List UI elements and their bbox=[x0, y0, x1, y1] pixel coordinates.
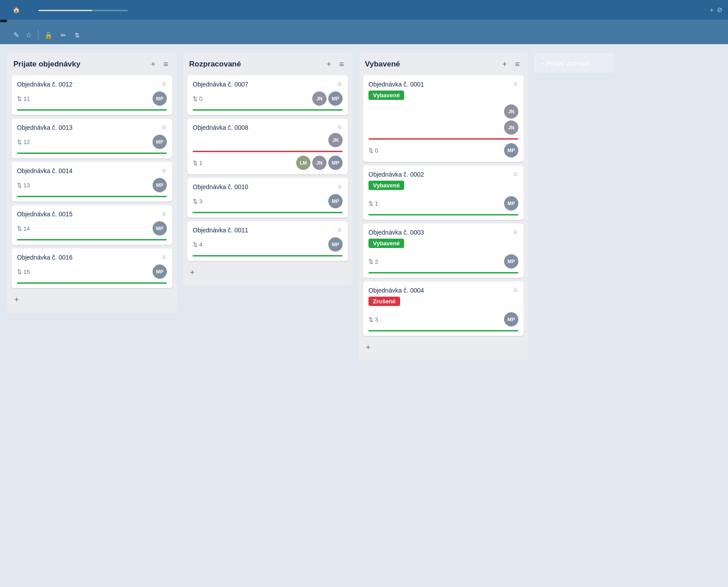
add-card-icon-2[interactable]: + bbox=[500, 59, 509, 69]
star-board-icon[interactable]: ☆ bbox=[25, 31, 32, 39]
card-header-c11: Objednávka č. 0011≡ bbox=[193, 227, 343, 234]
card-menu-btn-c1[interactable]: ≡ bbox=[513, 81, 518, 88]
card-indicator-c10 bbox=[193, 212, 343, 213]
card-title-c3: Objednávka č. 0003 bbox=[368, 229, 424, 236]
plus-icon: + bbox=[14, 295, 19, 305]
sort-icon: ⇅ bbox=[74, 32, 80, 39]
avatar-mp-c15: MP bbox=[153, 221, 167, 236]
card-header-c2: Objednávka č. 0002≡ bbox=[368, 171, 518, 178]
card-footer-c16: ⇅ 15MP bbox=[17, 265, 167, 279]
avatar-mp-c10: MP bbox=[328, 194, 343, 208]
card-members-c8: LMJNMP bbox=[296, 156, 343, 170]
card-menu-btn-c15[interactable]: ≡ bbox=[161, 211, 167, 218]
avatar-mp-c13: MP bbox=[153, 135, 167, 149]
add-list-button[interactable]: + Pridať zoznam bbox=[534, 53, 615, 73]
card-indicator-c15 bbox=[17, 239, 167, 240]
card-badge-c2: Vybavené bbox=[368, 181, 404, 190]
card-menu-btn-c14[interactable]: ≡ bbox=[161, 167, 167, 174]
card-menu-btn-c8[interactable]: ≡ bbox=[337, 124, 343, 131]
avatar-jn-c7: JN bbox=[312, 91, 327, 106]
all-boards-link[interactable]: 🏠 bbox=[12, 6, 22, 13]
card-c7[interactable]: Objednávka č. 0007≡⇅ 0JNMP bbox=[187, 75, 348, 115]
column-1: Rozpracované+≡Objednávka č. 0007≡⇅ 0JNMP… bbox=[183, 53, 352, 285]
card-menu-btn-c12[interactable]: ≡ bbox=[161, 81, 167, 88]
avatar-mp-c1: MP bbox=[504, 143, 518, 157]
avatar-jn-c8: JN bbox=[312, 156, 327, 170]
card-header-c12: Objednávka č. 0012≡ bbox=[17, 81, 167, 88]
card-c13[interactable]: Objednávka č. 0013≡⇅ 12MP bbox=[12, 119, 172, 158]
card-footer-c11: ⇅ 4MP bbox=[193, 237, 343, 252]
card-members-c14: MP bbox=[153, 178, 167, 192]
card-menu-btn-c16[interactable]: ≡ bbox=[161, 254, 167, 261]
private-badge[interactable]: 🔒 bbox=[45, 32, 54, 39]
sort-button[interactable]: ⇅ bbox=[74, 32, 82, 39]
card-score-c13: ⇅ 12 bbox=[17, 139, 30, 145]
top-navbar: 🏠 ＋ ⊘ bbox=[0, 0, 728, 20]
card-members-c12: MP bbox=[153, 91, 167, 106]
card-menu-btn-c10[interactable]: ≡ bbox=[337, 183, 343, 190]
card-title-c2: Objednávka č. 0002 bbox=[368, 171, 424, 178]
card-c10[interactable]: Objednávka č. 0010≡⇅ 3MP bbox=[187, 178, 348, 218]
avatar-mp-c7: MP bbox=[328, 91, 343, 106]
avatar-jn-top: JN bbox=[328, 133, 343, 147]
card-score-c8: ⇅ 1 bbox=[193, 160, 203, 166]
card-indicator-c2 bbox=[368, 214, 518, 215]
card-footer-c15: ⇅ 14MP bbox=[17, 221, 167, 236]
card-indicator-c11 bbox=[193, 255, 343, 256]
card-title-c10: Objednávka č. 0010 bbox=[193, 183, 248, 190]
muted-badge[interactable]: ✏ bbox=[61, 32, 68, 39]
card-members-c2: MP bbox=[504, 196, 518, 211]
card-menu-btn-c3[interactable]: ≡ bbox=[513, 229, 518, 236]
column-menu-icon-0[interactable]: ≡ bbox=[161, 59, 170, 69]
card-c12[interactable]: Objednávka č. 0012≡⇅ 11MP bbox=[12, 75, 172, 115]
add-card-button-0[interactable]: + bbox=[12, 292, 172, 308]
card-c1[interactable]: Objednávka č. 0001≡VybavenéJNJN⇅ 0MP bbox=[363, 75, 524, 162]
card-c4[interactable]: Objednávka č. 0004≡Zrušené⇅ 3MP bbox=[363, 281, 524, 336]
card-footer-c3: ⇅ 2MP bbox=[368, 254, 518, 269]
card-c8[interactable]: Objednávka č. 0008≡JN⇅ 1LMJNMP bbox=[187, 119, 348, 174]
card-footer-c12: ⇅ 11MP bbox=[17, 91, 167, 106]
card-menu-btn-c13[interactable]: ≡ bbox=[161, 124, 167, 131]
card-members-c4: MP bbox=[504, 312, 518, 327]
card-menu-btn-c11[interactable]: ≡ bbox=[337, 227, 343, 234]
card-indicator-c12 bbox=[17, 109, 167, 111]
card-c11[interactable]: Objednávka č. 0011≡⇅ 4MP bbox=[187, 221, 348, 261]
column-menu-icon-2[interactable]: ≡ bbox=[513, 59, 522, 69]
card-menu-btn-c7[interactable]: ≡ bbox=[337, 81, 343, 88]
card-c15[interactable]: Objednávka č. 0015≡⇅ 14MP bbox=[12, 205, 172, 245]
add-card-icon-0[interactable]: + bbox=[149, 59, 158, 69]
card-members-c10: MP bbox=[328, 194, 343, 208]
card-members-c15: MP bbox=[153, 221, 167, 236]
add-card-icon-1[interactable]: + bbox=[324, 59, 334, 69]
card-title-c11: Objednávka č. 0011 bbox=[193, 227, 248, 234]
add-card-button-1[interactable]: + bbox=[187, 265, 348, 281]
avatar-mp-c4: MP bbox=[504, 312, 518, 327]
card-indicator-c16 bbox=[17, 282, 167, 284]
card-c2[interactable]: Objednávka č. 0002≡Vybavené⇅ 1MP bbox=[363, 165, 524, 220]
card-header-c1: Objednávka č. 0001≡ bbox=[368, 81, 518, 88]
card-indicator-c4 bbox=[368, 330, 518, 331]
column-title-1: Rozpracované bbox=[189, 60, 241, 69]
card-header-c3: Objednávka č. 0003≡ bbox=[368, 229, 518, 236]
card-badge-c4: Zrušené bbox=[368, 297, 400, 306]
card-header-c15: Objednávka č. 0015≡ bbox=[17, 211, 167, 218]
card-score-c3: ⇅ 2 bbox=[368, 258, 378, 265]
lock-icon: 🔒 bbox=[45, 32, 52, 39]
card-title-c8: Objednávka č. 0008 bbox=[193, 124, 248, 131]
edit-title-icon[interactable]: ✎ bbox=[13, 31, 19, 39]
card-menu-btn-c4[interactable]: ≡ bbox=[513, 287, 518, 294]
column-header-2: Vybavené+≡ bbox=[363, 58, 524, 71]
card-header-c14: Objednávka č. 0014≡ bbox=[17, 167, 167, 174]
card-header-c8: Objednávka č. 0008≡ bbox=[193, 124, 343, 131]
column-menu-icon-1[interactable]: ≡ bbox=[337, 59, 346, 69]
card-indicator-c13 bbox=[17, 153, 167, 154]
card-c14[interactable]: Objednávka č. 0014≡⇅ 13MP bbox=[12, 162, 172, 202]
plus-icon: + bbox=[190, 268, 195, 277]
nav-icons: ＋ ⊘ bbox=[708, 6, 723, 14]
card-menu-btn-c2[interactable]: ≡ bbox=[513, 171, 518, 178]
card-c3[interactable]: Objednávka č. 0003≡Vybavené⇅ 2MP bbox=[363, 223, 524, 278]
card-title-c16: Objednávka č. 0016 bbox=[17, 254, 73, 261]
card-members-c1: MP bbox=[504, 143, 518, 157]
card-c16[interactable]: Objednávka č. 0016≡⇅ 15MP bbox=[12, 248, 172, 288]
add-card-button-2[interactable]: + bbox=[363, 339, 524, 356]
